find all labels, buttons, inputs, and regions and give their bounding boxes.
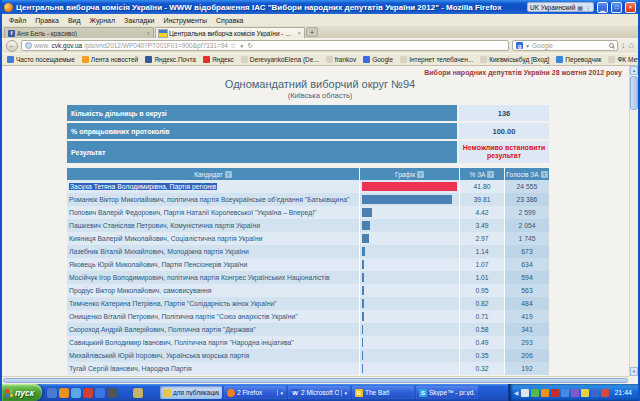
column-header[interactable]: Голосів ЗА↕	[504, 168, 549, 180]
desktop-shortcut-icon[interactable]	[133, 388, 143, 398]
candidate-link[interactable]: Кияниця Валерій Миколайович, Соціалістич…	[69, 235, 263, 242]
tray-chevron-icon[interactable]: ◀	[514, 389, 519, 396]
restore-button[interactable]: □	[611, 2, 622, 13]
menu-item[interactable]: Закладки	[120, 16, 158, 25]
tab-close-icon[interactable]: ×	[146, 30, 150, 36]
ukraine-flag-icon	[159, 30, 167, 37]
candidate-row: Яковець Юрій Миколайович, Партія Пенсіон…	[67, 258, 549, 271]
vertical-scrollbar[interactable]: ▲ ▼	[629, 66, 638, 376]
horizontal-scrollbar[interactable]	[2, 376, 629, 384]
tray-icon[interactable]	[601, 389, 609, 397]
info-label: Результат	[67, 141, 457, 163]
tab-facebook[interactable]: f Аня Бель - красиво) ×	[4, 27, 154, 38]
url-dropdown-icon[interactable]: ▼	[239, 43, 244, 49]
downloads-button[interactable]: ↓	[621, 41, 626, 50]
quick-launch-icon[interactable]	[59, 388, 69, 398]
menu-item[interactable]: Журнал	[86, 16, 120, 25]
candidate-link[interactable]: Продіус Віктор Миколайович, самовисуванн…	[69, 287, 212, 294]
quick-launch-icon[interactable]	[71, 388, 81, 398]
language-options-icon[interactable]: ⋮	[585, 4, 591, 11]
bookmark-item[interactable]: Часто посещаемые	[7, 56, 75, 63]
candidate-link[interactable]: Онищенко Віталій Петрович, Політична пар…	[69, 313, 298, 320]
tray-icon[interactable]	[571, 389, 579, 397]
taskbar-button[interactable]: 2 Firefox▾	[224, 386, 286, 399]
bookmark-item[interactable]: ФК Металлист	[608, 56, 638, 63]
tray-icon[interactable]	[591, 389, 599, 397]
new-tab-button[interactable]: +	[306, 27, 318, 37]
menu-item[interactable]: Вид	[64, 16, 85, 25]
quick-launch-icon[interactable]	[47, 388, 57, 398]
bookmark-star-icon[interactable]: ☆	[230, 42, 236, 50]
taskbar-button[interactable]: SSkype™ - pr.yd...	[416, 386, 478, 399]
taskbar-button[interactable]: W2 Microsoft Of...▾	[288, 386, 350, 399]
bookmark-item[interactable]: DerevyankoElena (De...	[241, 56, 319, 63]
dropdown-arrow-icon[interactable]: ▾	[341, 390, 347, 396]
horizontal-scrollbar-thumb[interactable]	[3, 378, 628, 383]
close-button[interactable]: ×	[625, 2, 636, 13]
candidate-link[interactable]: Тугай Сергій Іванович, Народна Партія	[69, 365, 192, 372]
votes-cell: 673	[504, 245, 549, 258]
minimize-button[interactable]: ▁	[597, 2, 608, 13]
candidate-link[interactable]: Скороход Андрій Валерійович, Політична п…	[69, 326, 256, 333]
column-header[interactable]: % ЗА↕	[459, 168, 504, 180]
start-button[interactable]: пуск	[2, 384, 42, 401]
scrollbar-thumb[interactable]	[630, 76, 638, 110]
candidate-link[interactable]: Яковець Юрій Миколайович, Партія Пенсіон…	[69, 261, 247, 268]
candidate-link[interactable]: Михайлівський Юрій Ігорович, Українська …	[69, 352, 249, 359]
tray-icon[interactable]	[531, 389, 539, 397]
menu-item[interactable]: Справка	[212, 16, 247, 25]
column-header[interactable]: Графік↕	[359, 168, 459, 180]
sort-icon[interactable]: ↕	[417, 171, 424, 178]
candidate-link[interactable]: Пашкевич Станіслав Петрович, Комуністичн…	[69, 222, 260, 229]
votes-cell: 634	[504, 258, 549, 271]
candidate-link[interactable]: Попович Валерій Федорович, Партія Наталі…	[69, 209, 317, 216]
bookmark-item[interactable]: Яндекс.Почта	[145, 56, 196, 63]
bookmark-item[interactable]: Києвміськбуд [Вход]	[480, 56, 549, 63]
tray-icon[interactable]	[581, 389, 589, 397]
tray-icon[interactable]	[541, 389, 549, 397]
column-header[interactable]: Кандидат↕	[67, 168, 359, 180]
sort-icon[interactable]: ↕	[487, 171, 494, 178]
search-input[interactable]: g ▼ Google	[512, 40, 618, 51]
candidate-link[interactable]: Тимченко Катерина Петрівна, Партія "Солі…	[69, 300, 277, 307]
title-bar[interactable]: Центральна виборча комісія України - WWW…	[2, 0, 638, 14]
quick-launch-icon[interactable]	[107, 388, 117, 398]
dropdown-arrow-icon[interactable]: ▾	[277, 390, 283, 396]
quick-launch-icon[interactable]	[83, 388, 93, 398]
home-button[interactable]: ⌂	[629, 41, 634, 50]
bookmark-item[interactable]: frankov	[326, 56, 356, 63]
taskbar-button[interactable]: BThe Bat!	[352, 386, 414, 399]
menu-item[interactable]: Инструменты	[159, 16, 211, 25]
menu-item[interactable]: Файл	[5, 16, 30, 25]
search-engine-dropdown-icon[interactable]: ▼	[525, 43, 530, 49]
search-icon[interactable]	[609, 43, 614, 48]
candidate-link[interactable]: Романюк Віктор Миколайович, політична па…	[69, 196, 349, 203]
bookmark-icon	[363, 56, 370, 63]
candidate-link[interactable]: Лазебник Віталій Михайлович, Молодіжна п…	[69, 248, 249, 255]
tab-close-icon[interactable]: ×	[297, 30, 301, 36]
tray-icon[interactable]	[521, 389, 529, 397]
quick-launch-icon[interactable]	[95, 388, 105, 398]
bookmark-item[interactable]: Google	[363, 56, 393, 63]
back-button[interactable]: ←	[6, 40, 18, 52]
candidate-link[interactable]: Засуха Тетяна Володимирівна, Партія регі…	[69, 183, 217, 190]
bookmark-item[interactable]: Лента новостей	[82, 56, 138, 63]
language-bar[interactable]: UK Украинский ▦ ⋮	[527, 2, 594, 12]
url-bar[interactable]: www.cvk.gov.ua/pls/vnd2012/WP040?PT001F0…	[21, 40, 509, 51]
reload-icon[interactable]: ↻	[247, 42, 253, 50]
scroll-down-icon[interactable]: ▼	[630, 367, 638, 376]
tray-icon[interactable]	[551, 389, 559, 397]
bookmark-item[interactable]: Інтернет телебачен...	[400, 56, 473, 63]
bookmark-item[interactable]: Переводчик	[556, 56, 601, 63]
candidate-link[interactable]: Мосійчук Ігор Володимирович, політична п…	[69, 274, 330, 281]
tray-icon[interactable]	[561, 389, 569, 397]
taskbar-button[interactable]: для публикации	[160, 386, 222, 399]
taskbar-button-label: 2 Firefox	[237, 389, 275, 396]
tab-cvk[interactable]: Центральна виборча комісія України - ...…	[155, 27, 305, 38]
scroll-up-icon[interactable]: ▲	[630, 66, 638, 75]
sort-icon[interactable]: ↕	[225, 171, 232, 178]
candidate-link[interactable]: Савицький Володимир Іванович, Політична …	[69, 339, 294, 346]
bookmark-item[interactable]: Яндекс	[203, 56, 234, 63]
menu-item[interactable]: Правка	[31, 16, 63, 25]
sort-icon[interactable]: ↕	[541, 171, 548, 178]
